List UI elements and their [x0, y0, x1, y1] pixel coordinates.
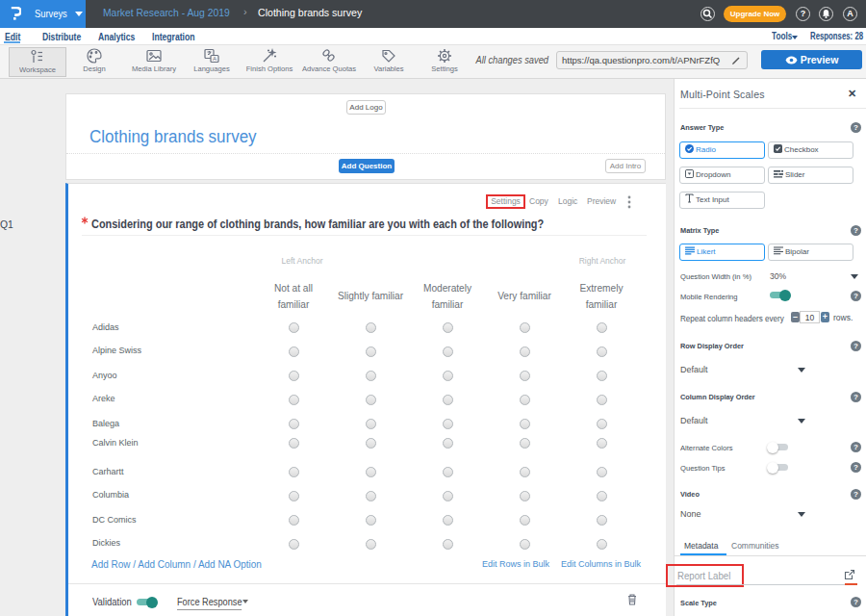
svg-text:A: A	[213, 56, 216, 62]
